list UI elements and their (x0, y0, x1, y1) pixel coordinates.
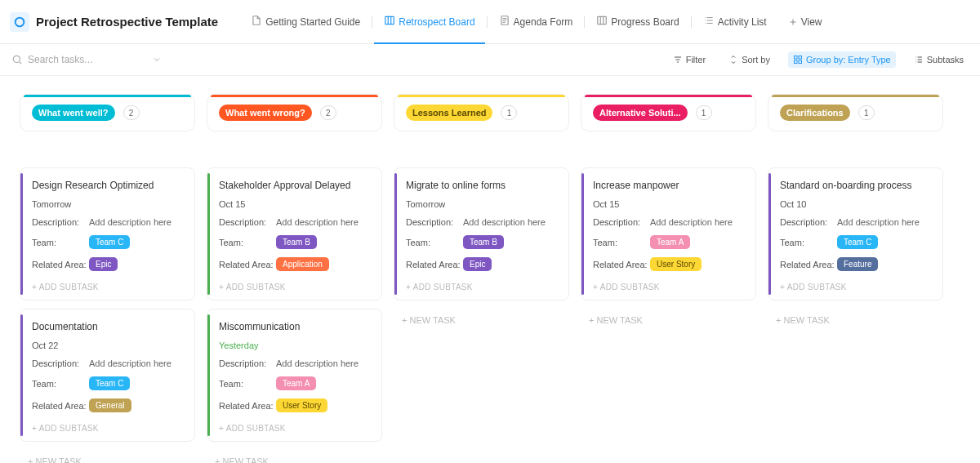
card-title: Documentation (32, 321, 183, 332)
board-icon (384, 15, 395, 29)
svg-rect-6 (799, 56, 802, 60)
description-label: Description: (780, 217, 837, 227)
chevron-down-icon[interactable] (152, 55, 162, 65)
description-value[interactable]: Add description here (837, 217, 920, 227)
card-description-row: Description:Add description here (32, 358, 183, 368)
column-header[interactable]: Lessons Learned1 (394, 94, 569, 131)
column-count: 2 (320, 105, 336, 120)
svg-rect-3 (598, 16, 607, 24)
add-subtask-button[interactable]: + ADD SUBTASK (593, 283, 744, 292)
task-card[interactable]: Standard on-boarding processOct 10Descri… (768, 167, 943, 301)
filter-button[interactable]: Filter (668, 51, 710, 68)
team-pill[interactable]: Team A (276, 376, 316, 390)
tab-progress-board[interactable]: Progress Board (586, 8, 688, 35)
tab-retrospect-board[interactable]: Retrospect Board (374, 8, 484, 35)
add-subtask-button[interactable]: + ADD SUBTASK (780, 283, 931, 292)
new-task-button[interactable]: + NEW TASK (394, 309, 569, 332)
area-pill[interactable]: Application (276, 257, 329, 271)
add-subtask-button[interactable]: + ADD SUBTASK (219, 283, 370, 292)
add-subtask-button[interactable]: + ADD SUBTASK (219, 424, 370, 433)
team-pill[interactable]: Team A (650, 235, 690, 249)
app-logo (10, 12, 29, 32)
area-pill[interactable]: User Story (276, 398, 327, 412)
tab-agenda-form[interactable]: Agenda Form (489, 8, 583, 35)
card-area-row: Related Area:Epic (32, 257, 183, 271)
area-pill[interactable]: Epic (463, 257, 492, 271)
related-area-label: Related Area: (32, 401, 89, 411)
task-card[interactable]: Increase manpowerOct 15Description:Add d… (581, 167, 756, 301)
card-team-row: Team:Team A (219, 376, 370, 390)
card-team-row: Team:Team C (32, 376, 183, 390)
card-title: Stakeholder Approval Delayed (219, 180, 370, 191)
sort-label: Sort by (742, 55, 770, 65)
filter-icon (673, 55, 683, 65)
card-description-row: Description:Add description here (219, 358, 370, 368)
area-pill[interactable]: Feature (837, 257, 878, 271)
add-subtask-button[interactable]: + ADD SUBTASK (32, 283, 183, 292)
description-value[interactable]: Add description here (89, 358, 172, 368)
task-card[interactable]: Migrate to online formsTomorrowDescripti… (394, 167, 569, 301)
description-value[interactable]: Add description here (463, 217, 546, 227)
team-pill[interactable]: Team C (89, 235, 130, 249)
add-subtask-button[interactable]: + ADD SUBTASK (406, 283, 557, 292)
new-task-button[interactable]: + NEW TASK (581, 309, 756, 332)
group-by-button[interactable]: Group by: Entry Type (788, 51, 896, 68)
tab-separator (691, 16, 692, 28)
column-title-badge: Alternative Soluti... (593, 105, 688, 121)
page-title: Project Retrospective Template (36, 15, 218, 29)
related-area-label: Related Area: (780, 260, 837, 269)
card-description-row: Description:Add description here (593, 217, 744, 227)
area-pill[interactable]: User Story (650, 257, 702, 271)
card-date: Oct 15 (593, 199, 744, 209)
column-header[interactable]: What went well?2 (20, 94, 195, 131)
board: What went well?2Design Research Optimize… (0, 76, 980, 463)
card-date: Oct 10 (780, 199, 931, 209)
description-label: Description: (406, 217, 463, 227)
column-header[interactable]: Alternative Soluti...1 (581, 94, 756, 131)
column-count: 1 (501, 105, 517, 120)
description-label: Description: (32, 217, 89, 227)
team-pill[interactable]: Team C (89, 376, 130, 390)
description-value[interactable]: Add description here (89, 217, 172, 227)
add-subtask-button[interactable]: + ADD SUBTASK (32, 424, 183, 433)
add-view-button[interactable]: View (782, 13, 829, 31)
task-card[interactable]: Design Research OptimizedTomorrowDescrip… (20, 167, 195, 301)
card-title: Migrate to online forms (406, 180, 557, 191)
team-label: Team: (406, 238, 463, 247)
team-label: Team: (593, 238, 650, 247)
description-value[interactable]: Add description here (276, 217, 359, 227)
card-date: Oct 22 (32, 341, 183, 350)
card-area-row: Related Area:User Story (219, 398, 370, 412)
team-pill[interactable]: Team B (276, 235, 317, 249)
card-area-row: Related Area:Feature (780, 257, 931, 271)
sort-button[interactable]: Sort by (724, 51, 775, 68)
description-value[interactable]: Add description here (650, 217, 733, 227)
area-pill[interactable]: Epic (89, 257, 118, 271)
svg-point-0 (16, 17, 24, 26)
column-header[interactable]: Clarifications1 (768, 94, 943, 131)
column-header[interactable]: What went wrong?2 (207, 94, 382, 131)
description-label: Description: (32, 358, 89, 368)
tab-activity-list[interactable]: Activity List (693, 8, 777, 35)
list-icon (703, 15, 715, 29)
team-pill[interactable]: Team C (837, 235, 878, 249)
task-card[interactable]: MiscommunicationYesterdayDescription:Add… (207, 309, 382, 442)
subtasks-button[interactable]: Subtasks (909, 51, 969, 68)
column-title-badge: Lessons Learned (406, 105, 492, 121)
task-card[interactable]: Stakeholder Approval DelayedOct 15Descri… (207, 167, 382, 301)
tab-getting-started-guide[interactable]: Getting Started Guide (241, 8, 370, 35)
area-pill[interactable]: General (89, 398, 131, 412)
team-pill[interactable]: Team B (463, 235, 504, 249)
header: Project Retrospective Template Getting S… (0, 0, 980, 44)
new-task-button[interactable]: + NEW TASK (20, 450, 195, 463)
column-title-badge: What went well? (32, 105, 115, 121)
task-card[interactable]: DocumentationOct 22Description:Add descr… (20, 309, 195, 442)
tab-label: Agenda Form (514, 16, 573, 28)
new-task-button[interactable]: + NEW TASK (768, 309, 943, 332)
column-title-badge: Clarifications (780, 105, 850, 121)
column-count: 2 (123, 105, 140, 120)
description-value[interactable]: Add description here (276, 358, 359, 368)
new-task-button[interactable]: + NEW TASK (207, 450, 382, 463)
search-input[interactable] (28, 51, 142, 69)
card-area-row: Related Area:Application (219, 257, 370, 271)
